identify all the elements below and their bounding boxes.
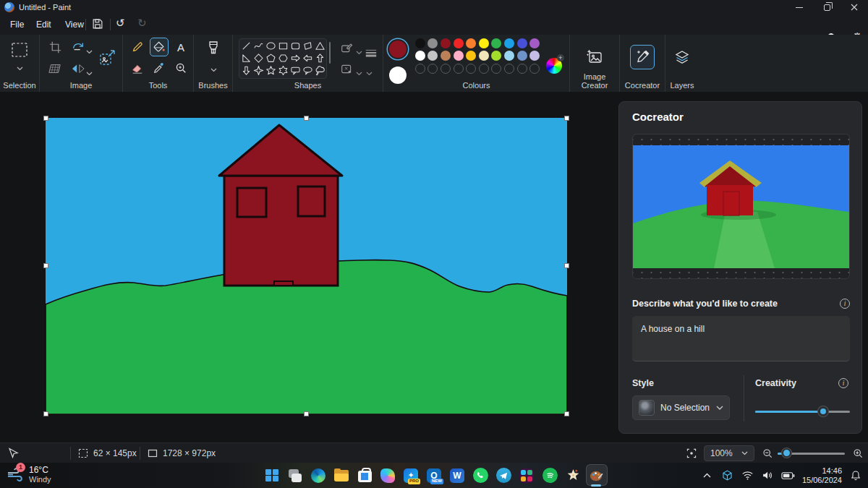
shape-arrow-right-icon[interactable] xyxy=(289,52,302,64)
style-dropdown[interactable]: No Selection xyxy=(632,395,730,420)
shape-arrow-down-icon[interactable] xyxy=(240,64,252,77)
menu-file[interactable]: File xyxy=(6,18,28,31)
info-icon[interactable]: i xyxy=(840,299,850,309)
taskbar-app-edge[interactable] xyxy=(307,464,330,487)
wifi-icon[interactable] xyxy=(741,469,754,482)
shape-triangle-icon[interactable] xyxy=(314,40,326,52)
cocreator-button[interactable]: Cocreator xyxy=(620,35,665,92)
canvas-selection-handle-n[interactable] xyxy=(304,116,309,121)
weather-widget[interactable]: 1 16°C Windy xyxy=(6,465,51,484)
close-button[interactable] xyxy=(841,0,868,14)
shape-callout-rounded-icon[interactable] xyxy=(289,64,302,77)
menu-edit[interactable]: Edit xyxy=(32,18,56,31)
palette-swatch[interactable] xyxy=(441,51,451,61)
shape-callout-cloud-icon[interactable] xyxy=(314,64,326,77)
shape-arrow-up-icon[interactable] xyxy=(314,52,326,64)
creativity-slider[interactable] xyxy=(755,406,850,416)
fit-to-screen-icon[interactable] xyxy=(686,443,697,463)
notifications-bell-icon[interactable] xyxy=(849,469,862,482)
taskbar-app-copilot[interactable] xyxy=(376,464,399,487)
creativity-slider-thumb[interactable] xyxy=(818,406,828,416)
shape-rectangle-icon[interactable] xyxy=(277,40,289,52)
zoom-slider[interactable] xyxy=(778,448,845,458)
palette-swatch[interactable] xyxy=(491,38,501,48)
canvas-selection-handle-nw[interactable] xyxy=(43,116,48,121)
palette-swatch[interactable] xyxy=(466,51,476,61)
chevron-down-icon[interactable] xyxy=(17,61,23,74)
eraser-tool-icon[interactable] xyxy=(128,59,147,77)
palette-swatch-empty[interactable] xyxy=(479,64,489,74)
shape-diamond-icon[interactable] xyxy=(252,52,265,64)
palette-swatch[interactable] xyxy=(427,51,438,61)
canvas-selection-handle-sw[interactable] xyxy=(43,411,48,416)
taskbar-app-word[interactable]: W xyxy=(446,464,469,487)
zoom-in-icon[interactable] xyxy=(852,443,864,463)
colour1-swatch[interactable] xyxy=(389,40,407,58)
taskbar-app-file-explorer[interactable] xyxy=(330,464,353,487)
chevron-down-icon[interactable] xyxy=(210,62,217,75)
flip-icon[interactable] xyxy=(69,59,88,78)
palette-swatch-empty[interactable] xyxy=(441,64,451,74)
palette-swatch[interactable] xyxy=(466,38,476,48)
taskbar-app-slack[interactable] xyxy=(515,464,538,487)
taskbar-app-whatsapp[interactable] xyxy=(469,464,492,487)
volume-icon[interactable] xyxy=(762,469,775,482)
taskbar-app-outlook[interactable]: ONEW xyxy=(422,464,446,487)
rotate-icon[interactable] xyxy=(69,38,88,56)
resize-skew-icon[interactable] xyxy=(46,59,64,78)
shape-outline-icon[interactable] xyxy=(337,38,356,57)
tray-chevron-up-icon[interactable] xyxy=(701,469,714,482)
shape-rounded-rectangle-icon[interactable] xyxy=(289,40,302,52)
palette-swatch-empty[interactable] xyxy=(491,64,501,74)
taskbar-app-store[interactable] xyxy=(353,464,376,487)
palette-swatch[interactable] xyxy=(427,38,438,48)
palette-swatch[interactable] xyxy=(454,51,464,61)
shape-line-icon[interactable] xyxy=(240,40,252,52)
palette-swatch[interactable] xyxy=(504,38,514,48)
shape-polygon-icon[interactable] xyxy=(302,40,314,52)
palette-swatch[interactable] xyxy=(504,51,514,61)
shape-lightning-icon[interactable] xyxy=(252,77,265,79)
palette-swatch[interactable] xyxy=(529,38,540,48)
eyedropper-tool-icon[interactable] xyxy=(150,59,169,77)
text-tool-icon[interactable]: A xyxy=(171,38,190,56)
palette-swatch[interactable] xyxy=(479,38,489,48)
shape-callout-oval-icon[interactable] xyxy=(302,64,314,77)
colour-wheel-icon[interactable] xyxy=(546,58,562,74)
taskbar-app-pro-app[interactable]: ✦PRO xyxy=(399,464,422,487)
brush-icon[interactable] xyxy=(204,39,223,58)
palette-swatch-empty[interactable] xyxy=(415,64,425,74)
shape-right-triangle-icon[interactable] xyxy=(240,52,252,64)
canvas-selection-handle-e[interactable] xyxy=(564,263,569,268)
taskbar-app-paint[interactable] xyxy=(584,464,608,487)
shape-heart-icon[interactable] xyxy=(240,77,252,79)
taskbar-app-start[interactable] xyxy=(260,464,284,487)
prompt-input[interactable]: A house on a hill xyxy=(632,316,850,361)
chevron-down-icon[interactable] xyxy=(366,66,373,79)
save-icon[interactable] xyxy=(91,17,106,32)
palette-swatch-empty[interactable] xyxy=(454,64,464,74)
shape-star-4-icon[interactable] xyxy=(252,64,265,77)
shape-star-5-icon[interactable] xyxy=(265,64,277,77)
palette-swatch-empty[interactable] xyxy=(427,64,438,74)
shape-fill-icon[interactable] xyxy=(337,59,356,78)
info-icon[interactable]: i xyxy=(838,378,848,388)
zoom-slider-thumb[interactable] xyxy=(782,448,791,458)
palette-swatch[interactable] xyxy=(517,38,527,48)
shape-hexagon-icon[interactable] xyxy=(277,52,289,64)
palette-swatch[interactable] xyxy=(529,51,540,61)
rectangle-select-icon[interactable] xyxy=(10,40,29,59)
palette-swatch[interactable] xyxy=(415,38,425,48)
shape-pentagon-icon[interactable] xyxy=(265,52,277,64)
palette-swatch[interactable] xyxy=(479,51,489,61)
palette-swatch-empty[interactable] xyxy=(504,64,514,74)
stroke-size-icon[interactable] xyxy=(362,43,380,62)
palette-swatch[interactable] xyxy=(415,51,425,61)
layers-button[interactable]: Layers xyxy=(665,35,699,92)
shape-star-6-icon[interactable] xyxy=(277,64,289,77)
palette-swatch[interactable] xyxy=(491,51,501,61)
crop-icon[interactable] xyxy=(46,38,64,56)
drawing-canvas[interactable] xyxy=(46,118,567,414)
minimize-button[interactable] xyxy=(786,0,813,14)
maximize-button[interactable] xyxy=(813,0,841,14)
